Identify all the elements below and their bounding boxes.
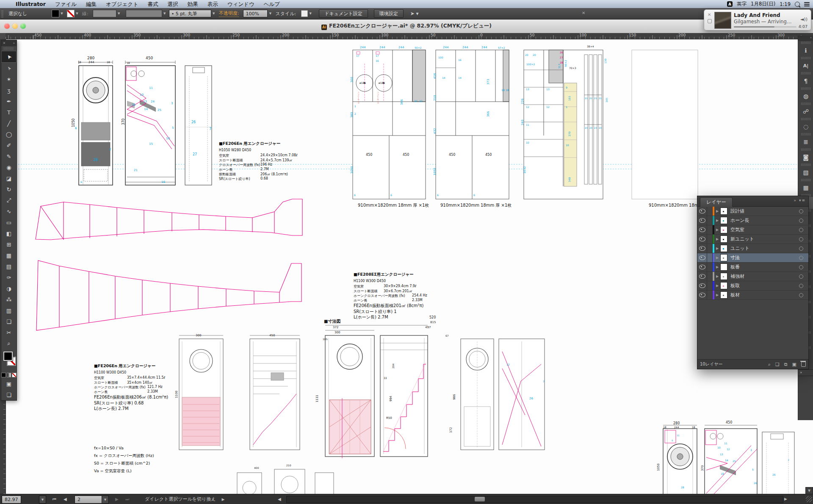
blob-brush-tool[interactable]: ◉ xyxy=(1,162,17,173)
layer-row-空気室[interactable]: ▶空気室 xyxy=(697,225,808,235)
links-panel[interactable]: ☍ xyxy=(798,105,813,117)
layer-thumbnail[interactable] xyxy=(720,226,727,233)
dock-grip[interactable] xyxy=(801,102,810,105)
spotlight-icon[interactable] xyxy=(795,2,800,7)
pencil-tool[interactable]: ✎ xyxy=(1,151,17,162)
opacity-dropdown-icon[interactable]: ▼ xyxy=(268,10,273,17)
stroke-dropdown-icon[interactable]: ▼ xyxy=(75,10,80,17)
brush-dropdown-icon[interactable]: ▼ xyxy=(211,10,216,17)
last-artboard-button[interactable]: ⏭ xyxy=(125,496,130,503)
menu-item-6[interactable]: 効果 xyxy=(183,0,203,8)
gradient-tool[interactable]: ▤ xyxy=(1,261,17,272)
stroke-weight-dropdown-icon[interactable]: ▼ xyxy=(116,10,122,17)
menu-item-5[interactable]: 選択 xyxy=(163,0,183,8)
tools-panel-header[interactable]: ✕ » xyxy=(1,40,17,46)
ellipse-tool[interactable]: ◯ xyxy=(1,129,17,140)
layer-row-板番[interactable]: ▶板番 xyxy=(697,263,808,272)
scroll-down-icon[interactable]: ▼ xyxy=(805,487,813,494)
layer-name[interactable]: 補強材 xyxy=(730,273,794,280)
layer-lock-cell[interactable] xyxy=(707,244,713,253)
layer-expand-icon[interactable]: ▶ xyxy=(714,265,720,269)
horizontal-scrollbar-thumb[interactable] xyxy=(475,497,485,501)
document-canvas[interactable]: 2802441818105062286450183701110132420142… xyxy=(6,39,813,494)
layer-visibility-toggle[interactable] xyxy=(697,216,707,225)
color-panel[interactable]: ◙ xyxy=(798,151,813,163)
free-transform-tool[interactable]: ▭ xyxy=(1,217,17,228)
color-mode-button[interactable] xyxy=(1,373,6,377)
close-icon[interactable]: ✕ xyxy=(708,12,711,17)
artboard-tool[interactable]: ❏ xyxy=(1,316,17,327)
layer-name[interactable]: 空気室 xyxy=(730,227,794,233)
horizontal-ruler[interactable]: 4504003503002502001501005005010015020025… xyxy=(6,33,813,39)
stroke-panel[interactable]: ≣ xyxy=(798,136,813,148)
dock-grip[interactable] xyxy=(801,118,810,120)
fill-stroke-indicator[interactable] xyxy=(1,349,17,372)
collapse-chevrons-icon[interactable]: » xyxy=(13,42,15,45)
layer-target-icon[interactable] xyxy=(794,265,808,269)
none-mode-button[interactable] xyxy=(12,373,17,377)
close-icon[interactable]: ✕ xyxy=(800,371,802,374)
layer-row-ユニット[interactable]: ▶ユニット xyxy=(697,244,808,253)
stroke-weight-stepper[interactable] xyxy=(93,10,116,17)
layer-visibility-toggle[interactable] xyxy=(697,253,707,262)
document-title-bar[interactable]: AiFE206Enエンクロージャー.ai* @ 82.97% (CMYK/プレビ… xyxy=(0,19,813,33)
panel-menu-icon[interactable]: ▾≡ xyxy=(799,198,806,202)
layer-expand-icon[interactable]: ▶ xyxy=(714,256,720,260)
style-dropdown-icon[interactable]: ▼ xyxy=(308,10,313,17)
menu-bar-clock[interactable]: 1:19 xyxy=(780,1,791,7)
layer-lock-cell[interactable] xyxy=(707,263,713,271)
layer-visibility-toggle[interactable] xyxy=(697,244,707,253)
width-profile-dropdown-icon[interactable]: ▼ xyxy=(162,10,167,17)
selection-tool[interactable]: ➤ xyxy=(1,51,17,63)
layer-row-板取[interactable]: ▶板取 xyxy=(697,281,808,291)
layer-expand-icon[interactable]: ▶ xyxy=(714,209,720,213)
window-resize-grip[interactable] xyxy=(806,496,812,502)
menu-item-3[interactable]: オブジェクト xyxy=(101,0,143,8)
layer-visibility-toggle[interactable] xyxy=(697,225,707,234)
direct-selection-tool[interactable]: ➢ xyxy=(1,63,17,74)
panel-grip[interactable] xyxy=(4,47,14,50)
menu-item-app[interactable]: Illustrator xyxy=(11,0,50,8)
close-icon[interactable]: ✕ xyxy=(582,11,585,15)
gradient-panel[interactable]: ▧ xyxy=(798,166,813,178)
first-artboard-button[interactable]: ⏮ xyxy=(53,496,57,503)
new-layer-icon[interactable]: ▣ xyxy=(792,362,796,367)
layer-target-icon[interactable] xyxy=(794,219,808,223)
layer-name[interactable]: 設計値 xyxy=(730,208,794,214)
layer-expand-icon[interactable]: ▶ xyxy=(714,246,720,250)
layer-thumbnail[interactable] xyxy=(720,217,727,224)
artboard-dropdown-icon[interactable]: ▼ xyxy=(102,496,109,504)
close-icon[interactable]: ✕ xyxy=(3,42,6,45)
notification-center-icon[interactable] xyxy=(804,2,810,6)
layer-target-icon[interactable] xyxy=(794,274,808,279)
delete-layer-icon[interactable] xyxy=(801,362,806,367)
layer-row-新ユニット[interactable]: ▶新ユニット xyxy=(697,235,808,244)
eraser-tool[interactable]: ◪ xyxy=(1,173,17,184)
next-artboard-button[interactable]: ▶ xyxy=(115,496,119,503)
layer-name[interactable]: 板番 xyxy=(730,264,794,270)
expand-icon[interactable] xyxy=(708,19,712,23)
layer-thumbnail[interactable] xyxy=(720,263,727,271)
magic-wand-tool[interactable]: ✶ xyxy=(1,74,17,85)
variable-width-dropdown[interactable] xyxy=(126,10,162,17)
fill-dropdown-icon[interactable]: ▼ xyxy=(59,10,64,17)
layer-thumbnail[interactable] xyxy=(720,282,727,289)
input-source-label[interactable]: 英字 xyxy=(737,1,747,7)
type-tool[interactable]: T xyxy=(1,107,17,118)
swatches-panel[interactable]: ▦ xyxy=(798,182,813,194)
layer-row-補強材[interactable]: ▶補強材 xyxy=(697,272,808,281)
document-setup-button[interactable]: ドキュメント設定 xyxy=(319,9,368,18)
horizontal-scrollbar[interactable] xyxy=(286,496,783,503)
layer-visibility-toggle[interactable] xyxy=(697,235,707,244)
menu-item-9[interactable]: ヘルプ xyxy=(259,0,285,8)
dock-grip[interactable] xyxy=(801,163,810,166)
layer-name[interactable]: ホーン長 xyxy=(730,217,794,224)
layer-lock-cell[interactable] xyxy=(707,272,713,281)
paintbrush-tool[interactable]: ✐ xyxy=(1,140,17,151)
layer-thumbnail[interactable] xyxy=(720,208,727,215)
layer-name[interactable]: 板材 xyxy=(730,292,794,298)
layer-expand-icon[interactable]: ▶ xyxy=(714,219,720,222)
menu-item-8[interactable]: ウィンドウ xyxy=(223,0,259,8)
layer-lock-cell[interactable] xyxy=(707,207,713,216)
preferences-button[interactable]: 環境設定 xyxy=(374,9,404,18)
